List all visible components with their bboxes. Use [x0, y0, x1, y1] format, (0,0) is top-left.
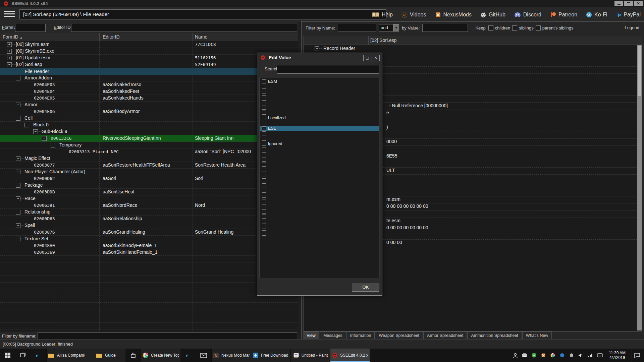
scrollbar-thumb[interactable] — [638, 46, 641, 96]
tree-row[interactable]: +[00] SkyrimSE.exe — [0, 48, 298, 55]
and-dropdown[interactable]: and ▼ — [379, 24, 399, 32]
flag-row[interactable] — [260, 235, 379, 240]
checkbox-icon[interactable] — [512, 25, 517, 31]
tree-row[interactable]: −[02] Sori.esp52F69149 — [0, 61, 298, 68]
tree-row[interactable]: −Temporary — [0, 141, 298, 148]
checkbox-icon[interactable] — [262, 194, 266, 198]
tray-nexus-icon[interactable] — [540, 352, 546, 358]
tray-keyboard-icon[interactable] — [597, 352, 603, 358]
keep-checkbox-siblings[interactable]: siblings — [512, 25, 533, 31]
checkbox-icon[interactable] — [262, 79, 266, 83]
action-center-button[interactable] — [632, 349, 642, 362]
tray-chrome-icon[interactable] — [550, 352, 556, 358]
checkbox-icon[interactable] — [262, 189, 266, 193]
checkbox-icon[interactable] — [262, 183, 266, 187]
column-header-editorid[interactable]: EditorID — [103, 34, 120, 40]
tree-row[interactable]: −Package — [0, 182, 298, 189]
checkbox-icon[interactable] — [262, 215, 266, 219]
flag-row[interactable] — [260, 198, 379, 204]
flag-row[interactable] — [260, 230, 379, 235]
tray-usb-icon[interactable] — [569, 352, 575, 358]
flag-row[interactable] — [260, 95, 379, 100]
collapse-minus-icon[interactable]: − — [16, 183, 20, 188]
tree-row[interactable]: 02003877aaSoriRestoreHealthFFSelfAreaSor… — [0, 162, 298, 169]
flag-row-esm[interactable]: ESM — [260, 79, 379, 84]
flag-row[interactable] — [260, 203, 379, 209]
checkbox-icon[interactable] — [262, 121, 266, 125]
tree-row[interactable]: +[00] Skyrim.esm77C31DC8 — [0, 41, 298, 48]
flag-row[interactable] — [260, 193, 379, 198]
tab-information[interactable]: Information — [346, 331, 375, 339]
tab-armor-spreadsheet[interactable]: Armor Spreadsheet — [423, 331, 467, 339]
checkbox-icon[interactable] — [262, 178, 266, 182]
nexusmods-link[interactable]: NexusMods — [435, 12, 472, 18]
help-link[interactable]: Help — [372, 12, 393, 18]
minimize-button[interactable] — [614, 1, 623, 6]
expand-plus-icon[interactable]: + — [7, 49, 12, 54]
expand-plus-icon[interactable]: + — [7, 56, 12, 60]
checkbox-icon[interactable] — [262, 168, 266, 172]
paypal-link[interactable]: PPPayPal — [616, 12, 641, 18]
taskbar-item-start[interactable] — [0, 349, 15, 362]
checkbox-icon[interactable] — [262, 90, 266, 94]
tree-row[interactable]: 02003313 Placed NPCaaSori "Sori" [NPC_:0… — [0, 148, 298, 155]
checkbox-icon[interactable] — [536, 25, 541, 31]
column-divider[interactable] — [193, 33, 193, 41]
tree-row[interactable]: 02004E05aaSoriNakedHands — [0, 95, 298, 102]
checkbox-icon[interactable] — [262, 220, 266, 224]
checkbox-icon[interactable] — [262, 106, 266, 110]
collapse-minus-icon[interactable]: − — [7, 62, 12, 67]
flag-row[interactable] — [260, 110, 379, 115]
filter-value-input[interactable] — [422, 24, 468, 32]
and-dropdown-value[interactable]: and — [379, 24, 393, 32]
flag-row-esl[interactable]: xESL — [260, 126, 379, 131]
record-value-fragment[interactable]: e — [386, 110, 389, 115]
tree-row[interactable]: 02004E04aaSoriNakedFeet — [0, 88, 298, 95]
tray-shield-icon[interactable] — [531, 352, 537, 358]
taskbar-item-edge[interactable]: e — [31, 349, 46, 362]
tray-blue-dot-icon[interactable] — [559, 352, 565, 358]
tree-row[interactable]: −Sub-Block 9 — [0, 128, 298, 135]
legend-button[interactable]: Legend — [625, 25, 639, 30]
flag-row[interactable] — [260, 162, 379, 167]
tab-messages[interactable]: Messages — [320, 331, 346, 339]
tree-row[interactable]: −Non-Player Character (Actor) — [0, 168, 298, 175]
checkbox-icon[interactable] — [262, 225, 266, 229]
checkbox-icon[interactable] — [488, 25, 493, 31]
vertical-scrollbar[interactable] — [637, 45, 642, 330]
discord-link[interactable]: Discord — [514, 12, 541, 18]
tray-network-icon[interactable] — [587, 352, 593, 358]
taskbar-item-sseedit-sseedit-4-0-2-x64[interactable]: SSEEdit 4.0.2 x64 — [330, 349, 370, 362]
checkbox-icon[interactable] — [262, 230, 266, 234]
collapse-minus-icon[interactable]: − — [16, 156, 20, 161]
column-divider[interactable] — [368, 36, 369, 45]
checkbox-icon[interactable] — [262, 199, 266, 203]
ok-button[interactable]: OK — [352, 283, 379, 292]
flag-row[interactable] — [260, 136, 379, 141]
collapse-minus-icon[interactable]: − — [33, 129, 38, 134]
taskbar-item-ie[interactable]: e — [180, 349, 196, 362]
flag-row[interactable] — [260, 219, 379, 225]
checkbox-icon[interactable] — [262, 152, 266, 156]
checkbox-icon[interactable] — [262, 163, 266, 167]
record-value-fragment[interactable]: 0 00 00 00 00 00 00 — [386, 203, 428, 209]
taskbar-item-paint-untitled-paint[interactable]: Untitled - Paint — [290, 349, 330, 362]
record-value-fragment[interactable]: ULT — [386, 168, 395, 173]
tree-row[interactable]: −Cell — [0, 115, 298, 122]
flag-row[interactable] — [260, 178, 379, 183]
checkbox-icon[interactable] — [262, 116, 266, 120]
flag-row[interactable] — [260, 183, 379, 188]
tab-view[interactable]: View — [303, 331, 319, 339]
record-value-fragment[interactable]: . - Null Reference [00000000] — [386, 103, 448, 108]
collapse-minus-icon[interactable]: − — [42, 136, 47, 141]
flag-row[interactable] — [260, 84, 379, 89]
tree-row[interactable]: −Magic Effect — [0, 155, 298, 162]
breadcrumb[interactable]: [02] Sori.esp (52F69149) \ File Header — [19, 9, 386, 19]
tree-row[interactable]: 02004E06aaSoriBodyArmor — [0, 108, 298, 115]
dialog-close-button[interactable]: ✕ — [372, 55, 380, 61]
editorid-input[interactable] — [71, 24, 297, 32]
tab-what-s-new[interactable]: What's New — [522, 331, 552, 339]
tree-row[interactable]: −Texture Set — [0, 235, 298, 242]
keep-checkbox-children[interactable]: children — [488, 25, 511, 31]
filter-name-input[interactable] — [338, 24, 376, 32]
